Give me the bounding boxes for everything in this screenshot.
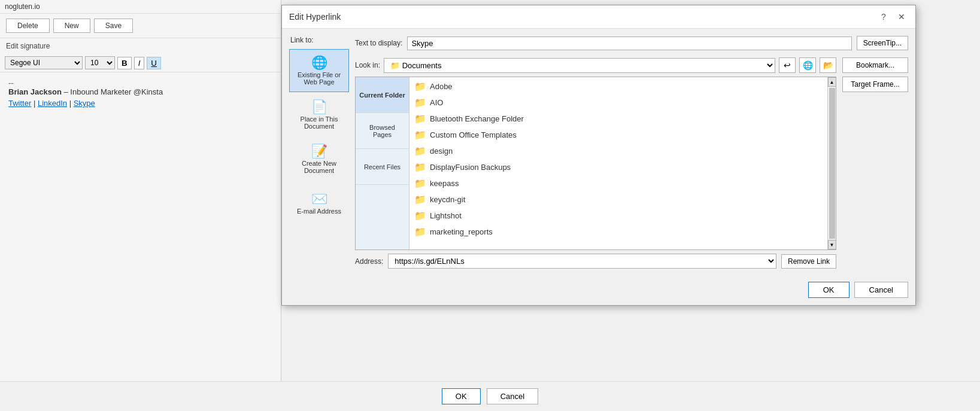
- link-to-existing-file[interactable]: 🌐 Existing File or Web Page: [289, 49, 349, 92]
- size-select[interactable]: 10: [85, 56, 115, 69]
- link-to-panel: Link to: 🌐 Existing File or Web Page 📄 P…: [289, 36, 349, 269]
- folder-icon: 📁: [414, 81, 426, 92]
- dash-line: --: [8, 78, 272, 87]
- formatting-toolbar: Segoe UI 10 B I U: [0, 54, 281, 72]
- file-name: design: [430, 147, 453, 156]
- new-button[interactable]: New: [53, 19, 90, 33]
- file-item[interactable]: 📁marketing_reports: [409, 224, 827, 240]
- file-item[interactable]: 📁DisplayFusion Backups: [409, 159, 827, 175]
- browsed-pages-nav[interactable]: Browsed Pages: [356, 113, 409, 149]
- name-text: Brian Jackson: [8, 87, 62, 96]
- folder-icon: 📁: [414, 226, 426, 238]
- file-item[interactable]: 📁keepass: [409, 175, 827, 191]
- file-name: keycdn-git: [430, 195, 465, 204]
- text-display-row: Text to display: ScreenTip...: [355, 36, 908, 50]
- job-title-text: – Inbound Marketer @Kinsta: [64, 87, 163, 96]
- file-name: marketing_reports: [430, 227, 493, 236]
- folder-icon: 📁: [414, 129, 426, 141]
- bg-cancel-button[interactable]: Cancel: [487, 388, 538, 404]
- place-in-doc-icon: 📄: [311, 101, 327, 114]
- address-label: Address:: [355, 257, 383, 266]
- folder-icon: 📁: [414, 194, 426, 205]
- file-name: Adobe: [430, 82, 453, 91]
- existing-file-label: Existing File or Web Page: [292, 71, 346, 86]
- file-name: Lightshot: [430, 211, 462, 220]
- delete-button[interactable]: Delete: [6, 19, 50, 33]
- current-folder-nav[interactable]: Current Folder: [356, 77, 409, 113]
- scroll-down-btn[interactable]: ▼: [828, 240, 836, 249]
- scroll-up-btn[interactable]: ▲: [828, 77, 836, 87]
- right-sidebar-buttons: Bookmark... Target Frame...: [842, 57, 908, 92]
- bg-ok-button[interactable]: OK: [442, 388, 481, 404]
- bookmark-button[interactable]: Bookmark...: [842, 57, 908, 73]
- dialog-title: Edit Hyperlink: [289, 12, 341, 22]
- skype-link[interactable]: Skype: [74, 99, 95, 108]
- signature-links: Twitter | LinkedIn | Skype: [8, 99, 272, 108]
- help-button[interactable]: ?: [877, 10, 890, 23]
- look-in-select[interactable]: 📁 Documents: [384, 58, 775, 73]
- signature-content: -- Brian Jackson – Inbound Marketer @Kin…: [0, 72, 281, 114]
- file-item[interactable]: 📁Adobe: [409, 78, 827, 95]
- file-item[interactable]: 📁Lightshot: [409, 208, 827, 224]
- web-btn[interactable]: 🌐: [799, 57, 816, 73]
- create-new-icon: 📝: [311, 145, 327, 158]
- twitter-link[interactable]: Twitter: [8, 99, 31, 108]
- underline-button[interactable]: U: [147, 57, 161, 69]
- font-select[interactable]: Segoe UI: [5, 56, 83, 69]
- folder-icon: 📁: [414, 145, 426, 157]
- linkedin-link[interactable]: LinkedIn: [38, 99, 67, 108]
- browser-nav: Current Folder Browsed Pages Recent File…: [356, 77, 409, 249]
- folder-icon: 📁: [414, 210, 426, 221]
- back-btn[interactable]: ↩: [779, 57, 796, 73]
- italic-button[interactable]: I: [134, 57, 145, 69]
- folder-icon: 📁: [414, 162, 426, 173]
- edit-hyperlink-dialog: Edit Hyperlink ? ✕ Link to: 🌐 Existing F…: [281, 5, 916, 306]
- scrollbar[interactable]: ▲ ▼: [827, 77, 836, 249]
- file-name: Bluetooth Exchange Folder: [430, 114, 524, 123]
- dialog-body: Link to: 🌐 Existing File or Web Page 📄 P…: [282, 29, 915, 276]
- file-name: DisplayFusion Backups: [430, 163, 511, 172]
- folder-btn[interactable]: 📂: [820, 57, 836, 73]
- name-line: Brian Jackson – Inbound Marketer @Kinsta: [8, 87, 272, 96]
- recent-files-nav[interactable]: Recent Files: [356, 149, 409, 185]
- screentip-button[interactable]: ScreenTip...: [857, 36, 908, 50]
- place-in-doc-label: Place in This Document: [292, 115, 346, 130]
- link-to-email[interactable]: ✉️ E-mail Address: [289, 182, 349, 225]
- edit-signature-label: Edit signature: [0, 38, 281, 54]
- dialog-footer: OK Cancel: [282, 276, 915, 305]
- scroll-thumb[interactable]: [829, 88, 835, 239]
- save-button[interactable]: Save: [94, 19, 133, 33]
- file-name: keepass: [430, 179, 459, 188]
- folder-icon: 📁: [414, 113, 426, 124]
- address-select[interactable]: https://is.gd/ELnNLs: [388, 254, 776, 269]
- file-item[interactable]: 📁design: [409, 143, 827, 159]
- link-to-place-in-doc[interactable]: 📄 Place in This Document: [289, 93, 349, 136]
- top-url-bar: nogluten.io: [0, 0, 281, 14]
- url-text: nogluten.io: [5, 2, 40, 11]
- file-item[interactable]: 📁Custom Office Templates: [409, 127, 827, 143]
- target-frame-button[interactable]: Target Frame...: [842, 77, 908, 92]
- folder-icon: 📁: [414, 178, 426, 189]
- email-icon: ✉️: [311, 193, 327, 206]
- remove-link-button[interactable]: Remove Link: [781, 254, 836, 269]
- look-in-row: Look in: 📁 Documents ↩ 🌐 📂: [355, 57, 836, 73]
- address-row: Address: https://is.gd/ELnNLs Remove Lin…: [355, 254, 836, 269]
- file-item[interactable]: 📁Bluetooth Exchange Folder: [409, 111, 827, 127]
- link-to-create-new[interactable]: 📝 Create New Document: [289, 138, 349, 181]
- cancel-button[interactable]: Cancel: [854, 282, 908, 298]
- dialog-title-bar: Edit Hyperlink ? ✕: [282, 5, 915, 29]
- look-in-label: Look in:: [355, 61, 380, 69]
- file-name: AIO: [430, 98, 443, 107]
- existing-file-icon: 🌐: [311, 56, 327, 69]
- background-editor: nogluten.io Delete New Save Edit signatu…: [0, 0, 281, 411]
- file-item[interactable]: 📁keycdn-git: [409, 191, 827, 208]
- ok-button[interactable]: OK: [808, 282, 849, 298]
- file-list[interactable]: 📁Adobe📁AIO📁Bluetooth Exchange Folder📁Cus…: [409, 77, 827, 249]
- sep1: |: [34, 99, 38, 108]
- close-button[interactable]: ✕: [895, 10, 908, 23]
- create-new-label: Create New Document: [292, 160, 346, 174]
- file-item[interactable]: 📁AIO: [409, 95, 827, 111]
- email-label: E-mail Address: [297, 208, 341, 215]
- text-display-input[interactable]: [407, 36, 851, 50]
- bold-button[interactable]: B: [117, 57, 132, 69]
